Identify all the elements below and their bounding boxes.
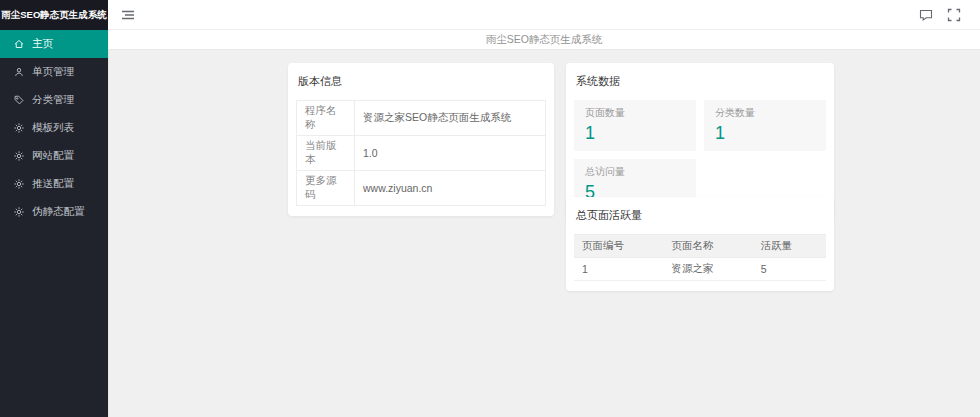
- tab-home-title[interactable]: 雨尘SEO静态页生成系统: [486, 33, 603, 47]
- sidebar-item-site-config[interactable]: 网站配置: [0, 142, 108, 170]
- sidebar-item-label: 分类管理: [32, 93, 74, 107]
- tag-icon: [13, 94, 25, 106]
- version-table: 程序名称资源之家SEO静态页面生成系统当前版本1.0更多源码www.ziyuan…: [296, 100, 546, 206]
- activity-column-header: 页面编号: [574, 235, 663, 258]
- activity-cell: 1: [574, 258, 663, 281]
- sidebar-item-template-list[interactable]: 模板列表: [0, 114, 108, 142]
- gear-icon: [13, 178, 25, 190]
- stats-grid: 页面数量1分类数量1总访问量5: [574, 100, 826, 210]
- version-row-label: 更多源码: [297, 171, 355, 206]
- page-activity-card: 总页面活跃量 页面编号页面名称活跃量 1资源之家5: [566, 197, 834, 291]
- version-row-value: 资源之家SEO静态页面生成系统: [355, 101, 546, 136]
- stat-value: 1: [585, 123, 685, 144]
- sidebar-item-label: 模板列表: [32, 121, 74, 135]
- stats-card-title: 系统数据: [574, 72, 826, 89]
- sidebar-item-rewrite-config[interactable]: 伪静态配置: [0, 198, 108, 226]
- activity-column-header: 页面名称: [663, 235, 752, 258]
- sidebar-menu: 主页 单页管理 分类管理 模板列表 网站配置 推送配置 伪静态配置: [0, 30, 108, 226]
- user-icon: [13, 66, 25, 78]
- version-row-label: 当前版本: [297, 136, 355, 171]
- stat-box: 页面数量1: [574, 100, 696, 151]
- gear-icon: [13, 122, 25, 134]
- sidebar-item-category[interactable]: 分类管理: [0, 86, 108, 114]
- topbar: [108, 0, 980, 30]
- stat-label: 分类数量: [715, 106, 815, 120]
- stat-label: 总访问量: [585, 165, 685, 179]
- fullscreen-icon[interactable]: [946, 7, 962, 23]
- sidebar-item-home[interactable]: 主页: [0, 30, 108, 58]
- stat-label: 页面数量: [585, 106, 685, 120]
- version-row: 程序名称资源之家SEO静态页面生成系统: [297, 101, 546, 136]
- gear-icon: [13, 206, 25, 218]
- activity-card-title: 总页面活跃量: [574, 206, 826, 223]
- version-card-title: 版本信息: [296, 72, 546, 89]
- version-row-value: www.ziyuan.cn: [355, 171, 546, 206]
- main-area: 雨尘SEO静态页生成系统 版本信息 程序名称资源之家SEO静态页面生成系统当前版…: [108, 0, 980, 417]
- message-icon[interactable]: [918, 7, 934, 23]
- activity-cell: 5: [753, 258, 826, 281]
- sidebar-item-label: 推送配置: [32, 177, 74, 191]
- stat-box: 分类数量1: [704, 100, 826, 151]
- activity-cell: 资源之家: [663, 258, 752, 281]
- version-info-card: 版本信息 程序名称资源之家SEO静态页面生成系统当前版本1.0更多源码www.z…: [288, 63, 554, 216]
- sidebar-item-label: 单页管理: [32, 65, 74, 79]
- sidebar: 雨尘SEO静态页生成系统 主页 单页管理 分类管理 模板列表 网站配置 推送配置…: [0, 0, 108, 417]
- home-icon: [13, 38, 25, 50]
- version-row-value: 1.0: [355, 136, 546, 171]
- activity-column-header: 活跃量: [753, 235, 826, 258]
- activity-row: 1资源之家5: [574, 258, 826, 281]
- stat-value: 1: [715, 123, 815, 144]
- sidebar-item-single-page[interactable]: 单页管理: [0, 58, 108, 86]
- gear-icon: [13, 150, 25, 162]
- topbar-actions: [918, 7, 962, 23]
- sidebar-item-label: 伪静态配置: [32, 205, 85, 219]
- tab-bar: 雨尘SEO静态页生成系统: [108, 30, 980, 50]
- activity-table: 页面编号页面名称活跃量 1资源之家5: [574, 234, 826, 281]
- sidebar-item-label: 网站配置: [32, 149, 74, 163]
- version-row-label: 程序名称: [297, 101, 355, 136]
- sidebar-item-label: 主页: [32, 37, 53, 51]
- version-row: 当前版本1.0: [297, 136, 546, 171]
- version-row: 更多源码www.ziyuan.cn: [297, 171, 546, 206]
- menu-toggle-icon[interactable]: [120, 7, 136, 23]
- sidebar-app-title: 雨尘SEO静态页生成系统: [0, 0, 108, 30]
- app-window: 雨尘SEO静态页生成系统 主页 单页管理 分类管理 模板列表 网站配置 推送配置…: [0, 0, 980, 417]
- sidebar-item-push-config[interactable]: 推送配置: [0, 170, 108, 198]
- content-area: 版本信息 程序名称资源之家SEO静态页面生成系统当前版本1.0更多源码www.z…: [108, 50, 980, 417]
